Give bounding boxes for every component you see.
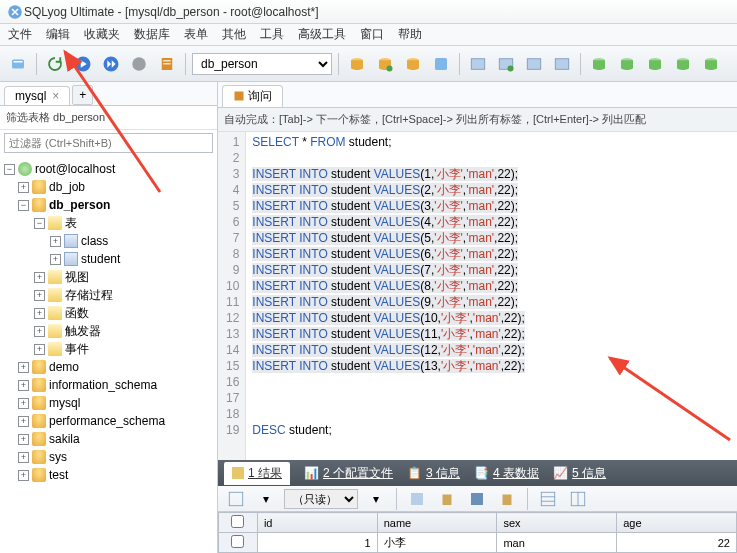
tree-db[interactable]: test: [49, 468, 68, 482]
expand-icon[interactable]: −: [34, 218, 45, 229]
tree-folder[interactable]: 视图: [65, 269, 89, 286]
result-tool-1[interactable]: [224, 487, 248, 511]
tree-folder[interactable]: 表: [65, 215, 77, 232]
tree-db[interactable]: sys: [49, 450, 67, 464]
expand-icon[interactable]: +: [18, 182, 29, 193]
expand-icon[interactable]: +: [18, 434, 29, 445]
stop-button[interactable]: [127, 52, 151, 76]
tree-db[interactable]: sakila: [49, 432, 80, 446]
tool-btn-2[interactable]: [373, 52, 397, 76]
tool-btn-13[interactable]: [699, 52, 723, 76]
object-tree[interactable]: −root@localhost +db_job −db_person −表 +c…: [0, 156, 217, 553]
tool-btn-7[interactable]: [522, 52, 546, 76]
tool-btn-4[interactable]: [429, 52, 453, 76]
expand-icon[interactable]: +: [18, 452, 29, 463]
tree-db[interactable]: demo: [49, 360, 79, 374]
tool-btn-12[interactable]: [671, 52, 695, 76]
tool-btn-3[interactable]: [401, 52, 425, 76]
expand-icon[interactable]: +: [34, 344, 45, 355]
connection-tab[interactable]: mysql×: [4, 86, 70, 105]
query-tab[interactable]: 询问: [222, 85, 283, 107]
col-header[interactable]: name: [377, 513, 497, 533]
result-tab-2[interactable]: 📊 2 个配置文件: [304, 465, 393, 482]
table-row[interactable]: 1 小李 man 22: [219, 533, 737, 553]
menu-table[interactable]: 表单: [184, 26, 208, 43]
expand-icon[interactable]: +: [18, 362, 29, 373]
tree-table[interactable]: class: [81, 234, 108, 248]
sql-editor[interactable]: 12345678910111213141516171819 SELECT * F…: [218, 132, 737, 460]
menu-window[interactable]: 窗口: [360, 26, 384, 43]
result-tool-2[interactable]: ▾: [254, 487, 278, 511]
readonly-select[interactable]: （只读）: [284, 489, 358, 509]
result-tab-5[interactable]: 📈 5 信息: [553, 465, 606, 482]
expand-icon[interactable]: +: [18, 398, 29, 409]
menu-favorites[interactable]: 收藏夹: [84, 26, 120, 43]
run-all-button[interactable]: [99, 52, 123, 76]
sql-code[interactable]: SELECT * FROM student; INSERT INTO stude…: [246, 132, 530, 460]
tool-btn-10[interactable]: [615, 52, 639, 76]
add-tab-button[interactable]: +: [72, 85, 93, 105]
menu-other[interactable]: 其他: [222, 26, 246, 43]
result-tool-3[interactable]: ▾: [364, 487, 388, 511]
tool-btn-11[interactable]: [643, 52, 667, 76]
expand-icon[interactable]: +: [34, 290, 45, 301]
tree-db[interactable]: db_job: [49, 180, 85, 194]
col-header[interactable]: id: [257, 513, 377, 533]
expand-icon[interactable]: +: [50, 236, 61, 247]
menu-file[interactable]: 文件: [8, 26, 32, 43]
expand-icon[interactable]: −: [18, 200, 29, 211]
result-tab-3[interactable]: 📋 3 信息: [407, 465, 460, 482]
result-tab-1[interactable]: 1 结果: [224, 462, 290, 485]
expand-icon[interactable]: +: [50, 254, 61, 265]
run-button[interactable]: [71, 52, 95, 76]
tree-folder[interactable]: 触发器: [65, 323, 101, 340]
export-button[interactable]: [405, 487, 429, 511]
tree-table[interactable]: student: [81, 252, 120, 266]
menu-database[interactable]: 数据库: [134, 26, 170, 43]
col-header[interactable]: sex: [497, 513, 617, 533]
refresh-button[interactable]: [43, 52, 67, 76]
view-toggle-1[interactable]: [536, 487, 560, 511]
result-tab-4[interactable]: 📑 4 表数据: [474, 465, 539, 482]
tool-btn-8[interactable]: [550, 52, 574, 76]
tree-db[interactable]: information_schema: [49, 378, 157, 392]
expand-icon[interactable]: +: [34, 272, 45, 283]
menu-advanced[interactable]: 高级工具: [298, 26, 346, 43]
menu-help[interactable]: 帮助: [398, 26, 422, 43]
filter-input[interactable]: [4, 133, 213, 153]
expand-icon[interactable]: +: [18, 380, 29, 391]
checkbox-header[interactable]: [219, 513, 258, 533]
row-checkbox[interactable]: [231, 535, 244, 548]
tree-db[interactable]: mysql: [49, 396, 80, 410]
save-button[interactable]: [465, 487, 489, 511]
database-select[interactable]: db_person: [192, 53, 332, 75]
expand-icon[interactable]: +: [34, 326, 45, 337]
copy-button[interactable]: [435, 487, 459, 511]
format-button[interactable]: [155, 52, 179, 76]
close-icon[interactable]: ×: [52, 89, 59, 103]
tree-folder[interactable]: 事件: [65, 341, 89, 358]
menu-edit[interactable]: 编辑: [46, 26, 70, 43]
cell[interactable]: 小李: [377, 533, 497, 553]
tree-root[interactable]: root@localhost: [35, 162, 115, 176]
cell[interactable]: man: [497, 533, 617, 553]
tool-btn-6[interactable]: [494, 52, 518, 76]
expand-icon[interactable]: +: [18, 416, 29, 427]
cell[interactable]: 1: [257, 533, 377, 553]
tree-db[interactable]: performance_schema: [49, 414, 165, 428]
new-connection-button[interactable]: [6, 52, 30, 76]
expand-icon[interactable]: +: [34, 308, 45, 319]
view-toggle-2[interactable]: [566, 487, 590, 511]
cell[interactable]: 22: [617, 533, 737, 553]
result-grid[interactable]: id name sex age 1 小李 man 22: [218, 512, 737, 553]
tool-btn-1[interactable]: [345, 52, 369, 76]
expand-icon[interactable]: −: [4, 164, 15, 175]
expand-icon[interactable]: +: [18, 470, 29, 481]
tree-db[interactable]: db_person: [49, 198, 110, 212]
tree-folder[interactable]: 存储过程: [65, 287, 113, 304]
tree-folder[interactable]: 函数: [65, 305, 89, 322]
delete-button[interactable]: [495, 487, 519, 511]
menu-tools[interactable]: 工具: [260, 26, 284, 43]
tool-btn-9[interactable]: [587, 52, 611, 76]
tool-btn-5[interactable]: [466, 52, 490, 76]
